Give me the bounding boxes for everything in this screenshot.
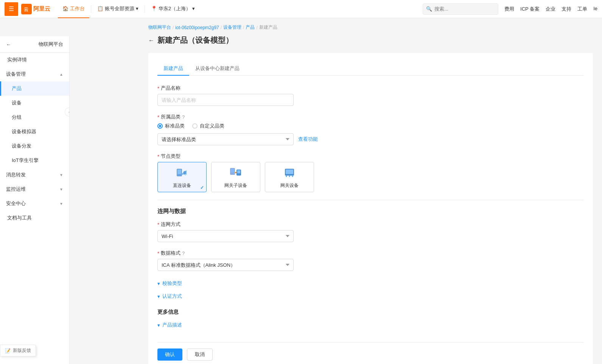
- search-box[interactable]: 🔍: [423, 3, 498, 15]
- category-radio-group: 标准品类 自定义品类: [157, 123, 584, 129]
- sidebar-item-devices-label: 设备: [12, 100, 22, 106]
- chevron-down-icon-1: ▾: [136, 6, 138, 11]
- category-select[interactable]: 请选择标准品类: [157, 133, 294, 145]
- sidebar-item-device-management-label: 设备管理: [6, 71, 26, 78]
- search-icon: 🔍: [426, 6, 432, 12]
- collapsible-auth-method: ▾ 认证方式: [157, 291, 584, 301]
- sidebar-item-groups[interactable]: 分组: [0, 110, 69, 124]
- page-title: 新建产品（设备模型）: [157, 35, 233, 45]
- sidebar-item-instance[interactable]: 实例详情: [0, 53, 69, 67]
- sidebar-item-docs-label: 文档与工具: [7, 215, 32, 221]
- svg-rect-7: [231, 169, 234, 173]
- sidebar-back-icon: ←: [6, 42, 11, 47]
- node-card-direct[interactable]: 直连设备: [157, 162, 207, 192]
- sidebar-item-products[interactable]: 产品: [0, 81, 69, 96]
- breadcrumb-instance[interactable]: iot-06z00ipoepm2g97: [175, 25, 219, 30]
- svg-rect-3: [177, 170, 181, 174]
- chevron-down-verify-icon: ▾: [157, 281, 160, 286]
- collapse-icon: ‹: [68, 110, 70, 114]
- form-card: 新建产品 从设备中心新建产品 * 产品名称 * 所属品类 ?: [148, 53, 593, 364]
- required-star-node: *: [157, 154, 159, 159]
- back-button[interactable]: ←: [148, 37, 154, 44]
- category-select-row: 请选择标准品类 查看功能: [157, 133, 584, 145]
- nav-region-label: 华东2（上海）: [159, 5, 191, 12]
- required-star-name: *: [157, 86, 159, 91]
- collapsible-auth-header[interactable]: ▾ 认证方式: [157, 291, 584, 301]
- svg-point-14: [286, 176, 287, 177]
- nav-user[interactable]: Ie: [593, 6, 597, 12]
- hamburger-button[interactable]: ☰: [5, 2, 18, 16]
- feedback-label: 新版反馈: [13, 347, 31, 354]
- breadcrumb-device-mgmt[interactable]: 设备管理: [223, 24, 241, 31]
- connect-method-select-wrapper: Wi-Fi: [157, 230, 294, 242]
- feedback-icon: 📝: [5, 348, 11, 353]
- breadcrumb-products[interactable]: 产品: [246, 24, 255, 31]
- main-content: 物联网平台 / iot-06z00ipoepm2g97 / 设备管理 / 产品 …: [139, 18, 602, 364]
- connect-method-select[interactable]: Wi-Fi: [157, 230, 294, 242]
- collapsible-desc-header[interactable]: ▾ 产品描述: [157, 320, 584, 330]
- nav-resources[interactable]: 📋 账号全部资源 ▾: [93, 0, 143, 18]
- svg-rect-9: [237, 170, 240, 173]
- chevron-down-icon-mon: ▼: [59, 187, 63, 191]
- collapsible-verify-header[interactable]: ▾ 校验类型: [157, 278, 584, 288]
- confirm-button[interactable]: 确认: [157, 348, 182, 361]
- node-card-direct-label: 直连设备: [173, 182, 191, 189]
- breadcrumb-sep-4: /: [256, 25, 257, 30]
- sidebar-item-message-label: 消息转发: [6, 171, 26, 178]
- nav-workbench[interactable]: 🏠 工作台: [58, 0, 89, 18]
- breadcrumb-sep-1: /: [173, 25, 174, 30]
- node-card-gateway-sub[interactable]: 网关子设备: [211, 162, 260, 192]
- data-format-select[interactable]: ICA 标准数据格式（Alink JSON）: [157, 259, 294, 271]
- nav-region[interactable]: 📍 华东2（上海） ▾: [146, 0, 199, 18]
- view-func-button[interactable]: 查看功能: [298, 136, 318, 143]
- radio-standard[interactable]: 标准品类: [157, 123, 185, 129]
- search-input[interactable]: [434, 6, 487, 12]
- aliyun-svg: 云: [23, 5, 30, 13]
- sidebar-header[interactable]: ← 物联网平台: [0, 36, 69, 53]
- feedback-button[interactable]: 📝 新版反馈: [0, 345, 36, 356]
- form-group-data-format: * 数据格式 ? ICA 标准数据格式（Alink JSON）: [157, 250, 584, 271]
- sidebar-group-message[interactable]: 消息转发 ▼: [0, 168, 69, 182]
- nav-ticket[interactable]: 工单: [577, 6, 587, 12]
- form-actions: 确认 取消: [157, 342, 584, 361]
- nav-enterprise[interactable]: 企业: [546, 6, 555, 12]
- sidebar-group-security[interactable]: 安全中心 ▼: [0, 196, 69, 211]
- radio-custom-circle: [192, 123, 198, 129]
- gateway-icon: [283, 166, 296, 179]
- section-divider-1: [157, 200, 584, 200]
- sidebar-group-monitor[interactable]: 监控运维 ▼: [0, 182, 69, 196]
- location-icon: 📍: [151, 6, 157, 11]
- collapsible-product-desc: ▾ 产品描述: [157, 320, 584, 330]
- hamburger-icon: ☰: [9, 5, 14, 12]
- form-group-node-type: * 节点类型 直连设备: [157, 153, 584, 192]
- cancel-button[interactable]: 取消: [187, 348, 213, 361]
- sidebar-item-docs[interactable]: 文档与工具: [0, 211, 69, 225]
- sidebar-item-simulator[interactable]: 设备模拟器: [0, 124, 69, 139]
- sidebar-item-iot-engine[interactable]: IoT孪生引擎: [0, 153, 69, 168]
- form-group-product-name: * 产品名称: [157, 85, 584, 106]
- resources-icon: 📋: [97, 6, 103, 11]
- radio-standard-circle: [157, 123, 163, 129]
- tab-bar: 新建产品 从设备中心新建产品: [157, 62, 584, 76]
- sidebar-group-device-management[interactable]: 设备管理 ▲: [0, 67, 69, 81]
- tab-from-center[interactable]: 从设备中心新建产品: [189, 62, 246, 76]
- nav-support[interactable]: 支持: [562, 6, 571, 12]
- radio-custom[interactable]: 自定义品类: [192, 123, 224, 129]
- direct-device-icon: [175, 166, 189, 179]
- sidebar-item-devices[interactable]: 设备: [0, 96, 69, 110]
- nav-fee[interactable]: 费用: [504, 6, 514, 12]
- gateway-sub-icon: [229, 166, 243, 179]
- tab-new-product[interactable]: 新建产品: [157, 62, 189, 76]
- sidebar-item-dispatch[interactable]: 设备分发: [0, 139, 69, 153]
- sidebar-item-dispatch-label: 设备分发: [12, 143, 31, 149]
- node-card-gateway[interactable]: 网关设备: [265, 162, 314, 192]
- nav-workbench-label: 工作台: [70, 5, 85, 12]
- chevron-down-desc-icon: ▾: [157, 322, 160, 328]
- aliyun-logo-icon: 云: [21, 4, 32, 14]
- category-help-icon[interactable]: ?: [182, 114, 185, 120]
- data-format-help-icon[interactable]: ?: [182, 250, 185, 256]
- nav-icp[interactable]: ICP 备案: [520, 6, 540, 12]
- aliyun-text: 阿里云: [33, 5, 50, 12]
- product-name-input[interactable]: [157, 94, 294, 106]
- breadcrumb-iot[interactable]: 物联网平台: [148, 24, 171, 31]
